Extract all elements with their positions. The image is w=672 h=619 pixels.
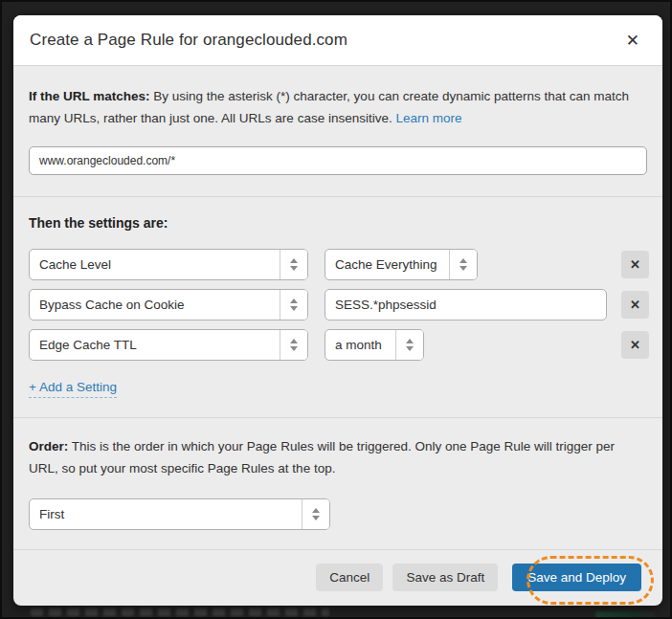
value-select-ttl-duration[interactable]: a month <box>325 329 424 361</box>
stepper-icon <box>280 250 307 279</box>
cookie-pattern-input[interactable] <box>325 289 607 321</box>
delete-setting-button[interactable]: ✕ <box>621 291 649 319</box>
stepper-icon <box>449 250 477 279</box>
url-pattern-input[interactable] <box>29 146 647 175</box>
order-select-value: First <box>30 499 302 529</box>
value-select-value: Cache Everything <box>325 250 449 279</box>
setting-select-value: Bypass Cache on Cookie <box>30 290 280 320</box>
delete-setting-button[interactable]: ✕ <box>621 251 649 278</box>
dialog-footer: Cancel Save as Draft Save and Deploy <box>13 549 662 606</box>
order-label: Order: <box>29 439 68 453</box>
dialog-header: Create a Page Rule for orangeclouded.com… <box>13 15 662 65</box>
background-page-fragment <box>595 611 655 619</box>
order-section: Order: This is the order in which your P… <box>13 417 662 549</box>
settings-section: Then the settings are: Cache Level Cache… <box>13 196 662 417</box>
order-description: Order: This is the order in which your P… <box>29 436 647 480</box>
setting-select-edge-cache-ttl[interactable]: Edge Cache TTL <box>29 329 308 361</box>
url-match-description: If the URL matches: By using the asteris… <box>29 86 647 130</box>
add-setting-link[interactable]: + Add a Setting <box>29 380 117 398</box>
order-select[interactable]: First <box>29 498 330 530</box>
settings-heading: Then the settings are: <box>29 215 649 231</box>
setting-row: Cache Level Cache Everything ✕ <box>29 249 649 280</box>
setting-row: Bypass Cache on Cookie ✕ <box>29 289 649 321</box>
save-as-draft-button[interactable]: Save as Draft <box>392 564 498 591</box>
url-match-section: If the URL matches: By using the asteris… <box>13 65 662 196</box>
stepper-icon <box>302 499 329 529</box>
setting-select-cache-level[interactable]: Cache Level <box>29 249 308 280</box>
value-select-cache-everything[interactable]: Cache Everything <box>325 249 478 280</box>
setting-select-value: Edge Cache TTL <box>30 330 280 360</box>
stepper-icon <box>280 290 307 320</box>
stepper-icon <box>280 330 307 360</box>
screenshot-frame: Create a Page Rule for orangeclouded.com… <box>0 0 672 619</box>
stepper-icon <box>395 330 423 360</box>
order-help-text: This is the order in which your Page Rul… <box>29 439 615 475</box>
setting-select-value: Cache Level <box>30 250 280 279</box>
cancel-button[interactable]: Cancel <box>316 564 383 591</box>
save-and-deploy-button[interactable]: Save and Deploy <box>512 564 641 591</box>
dialog-title: Create a Page Rule for orangeclouded.com <box>30 31 347 50</box>
learn-more-link[interactable]: Learn more <box>395 111 461 125</box>
delete-setting-button[interactable]: ✕ <box>621 331 649 359</box>
setting-select-bypass-cache[interactable]: Bypass Cache on Cookie <box>29 289 308 321</box>
url-match-label: If the URL matches: <box>29 89 150 103</box>
background-status-url-blur <box>31 608 329 616</box>
value-select-value: a month <box>325 330 395 360</box>
setting-row: Edge Cache TTL a month ✕ <box>29 329 649 361</box>
create-page-rule-dialog: Create a Page Rule for orangeclouded.com… <box>13 15 662 606</box>
close-icon[interactable]: ✕ <box>622 31 643 51</box>
